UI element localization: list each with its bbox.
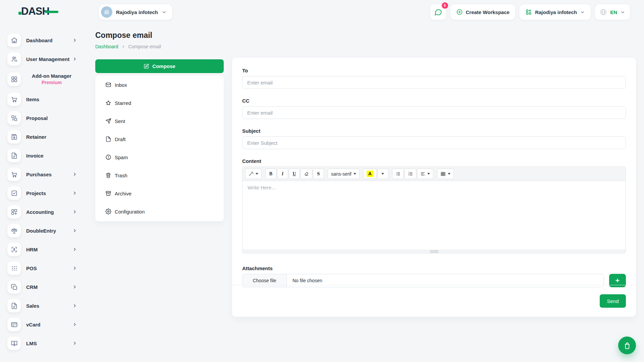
messages-button[interactable]: 0 [430,4,446,20]
sidebar-item-crm[interactable]: CRM [7,278,77,296]
file-status-text: No file chosen [292,278,322,283]
chevron-down-icon [162,10,167,15]
shopping-bag-icon [623,341,632,350]
cc-label: CC [242,98,626,104]
insert-table-dropdown[interactable] [437,169,454,179]
rich-text-editor: B I U S sans-serif A [242,167,626,253]
shopping-cart-icon [7,168,21,181]
chevron-right-icon [72,247,77,252]
sidebar-item-addon-manager[interactable]: Add-on Manager Premium [7,68,77,90]
chevron-right-icon [72,285,77,289]
to-label: To [242,68,626,73]
eraser-icon [304,171,309,176]
create-workspace-button[interactable]: Create Workspace [450,4,516,20]
premium-badge: Premium [42,80,62,85]
workspace-name: Rajodiya infotech [116,9,158,15]
subject-input[interactable] [242,136,626,149]
strikethrough-button[interactable]: S [313,169,324,179]
sidebar-item-purchases[interactable]: Purchases [7,165,77,184]
workspace-avatar [101,6,112,18]
sidebar-item-sales[interactable]: Sales [7,296,77,315]
magic-wand-icon [249,171,254,176]
chevron-right-icon [72,57,77,61]
chevron-right-icon [72,209,77,214]
folder-configuration[interactable]: Configuration [105,202,214,221]
underline-button[interactable]: U [289,169,300,179]
sidebar-item-accounting[interactable]: Accounting [7,202,77,221]
sidebar-item-lms[interactable]: LMS [7,334,77,353]
unordered-list-button[interactable] [392,169,404,179]
logo-dash-accent [45,11,58,13]
ordered-list-button[interactable]: 123 [405,169,416,179]
folder-archive[interactable]: Archive [105,184,214,202]
copy-icon [7,280,21,294]
sidebar-item-vcard[interactable]: vCard [7,315,77,334]
form-footer: Send [232,285,636,317]
chevron-right-icon [72,266,77,270]
chat-bubble-icon [434,8,442,16]
app-window: DASH Rajodiya infotech 0 Create Workspac… [0,0,644,362]
company-name: Rajodiya infotech [535,9,577,15]
editor-body[interactable]: Write Here... [243,181,626,250]
scan-person-icon [7,243,21,256]
grid-plus-icon [525,9,532,15]
plus-circle-icon [456,9,463,15]
font-color-button[interactable]: A [363,169,377,179]
send-button[interactable]: Send [600,294,626,308]
content-label: Content [242,158,626,164]
to-input[interactable] [242,76,626,89]
company-menu-button[interactable]: Rajodiya infotech [520,4,591,20]
mail-folder-card: Inbox Starred Sent Draft Spam Trash Arch… [95,76,224,221]
sidebar-item-retainer[interactable]: Retainer [7,127,77,146]
font-color-dropdown[interactable] [377,169,388,179]
font-family-dropdown[interactable]: sans-serif [328,169,360,179]
align-left-icon [420,171,425,176]
sidebar-item-projects[interactable]: Projects [7,184,77,202]
scales-icon [7,224,21,237]
sidebar-item-items[interactable]: Items [7,90,77,109]
numbered-list-icon: 123 [408,171,413,176]
bold-button[interactable]: B [265,169,276,179]
dash-logo[interactable]: DASH [18,5,58,17]
sidebar-item-user-management[interactable]: User Management [7,50,77,68]
sidebar-item-hrm[interactable]: HRM [7,240,77,259]
clear-format-button[interactable] [301,169,312,179]
folder-sent[interactable]: Sent [105,112,214,130]
folder-starred[interactable]: Starred [105,94,214,112]
compose-pencil-icon [144,63,149,69]
create-workspace-label: Create Workspace [466,9,510,15]
folder-draft[interactable]: Draft [105,130,214,148]
compose-form-card: To CC Subject Content B I [232,58,636,317]
sidebar-item-proposal[interactable]: Proposal [7,109,77,127]
sidebar-item-dashboard[interactable]: Dashboard [7,31,77,50]
italic-button[interactable]: I [277,169,288,179]
grid-icon [7,72,21,86]
shopping-cart-icon [7,93,21,106]
file-icon [105,136,111,142]
chevron-down-icon [580,10,585,15]
page-title: Compose email [95,31,152,40]
folder-spam[interactable]: Spam [105,148,214,166]
breadcrumb: Dashboard Compose email [95,44,161,49]
folder-inbox[interactable]: Inbox [105,76,214,94]
sidebar-item-pos[interactable]: POS [7,259,77,278]
chevron-right-icon [72,172,77,177]
sidebar-item-doubleentry[interactable]: DoubleEntry [7,221,77,240]
chevron-right-icon [72,191,77,195]
sidebar-item-invoice[interactable]: Invoice [7,146,77,165]
editor-resize-handle[interactable] [243,250,626,253]
floating-store-button[interactable] [618,337,636,354]
language-selector[interactable]: EN [595,4,630,20]
send-icon [105,118,111,124]
style-magic-button[interactable] [245,169,262,179]
paragraph-align-dropdown[interactable] [417,169,433,179]
workspace-switcher[interactable]: Rajodiya infotech [99,4,172,20]
compose-button[interactable]: Compose [95,59,224,73]
breadcrumb-dashboard-link[interactable]: Dashboard [95,44,118,49]
globe-icon [600,8,607,16]
alert-circle-icon [105,154,111,160]
cc-input[interactable] [242,106,626,119]
chevron-right-icon [72,228,77,233]
editor-toolbar: B I U S sans-serif A [243,167,626,181]
folder-trash[interactable]: Trash [105,166,214,184]
